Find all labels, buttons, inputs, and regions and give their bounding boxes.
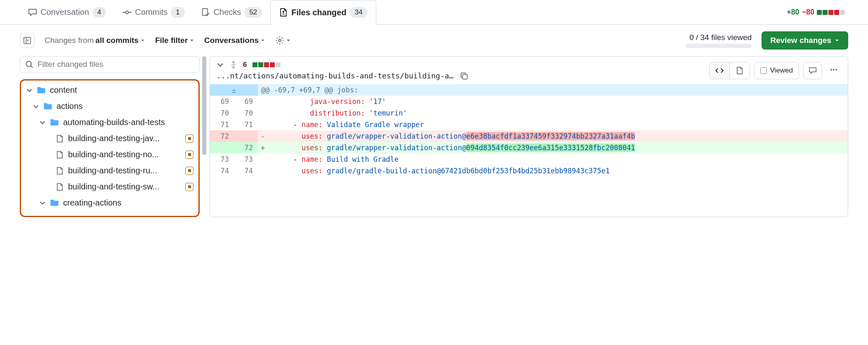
caret-down-icon xyxy=(140,38,145,43)
more-options-button[interactable] xyxy=(826,62,841,78)
tree-folder[interactable]: content xyxy=(21,82,198,98)
tree-file[interactable]: building-and-testing-jav... xyxy=(21,130,198,147)
code-icon xyxy=(715,66,724,75)
diff-file-path[interactable]: ...nt/actions/automating-builds-and-test… xyxy=(217,71,453,80)
tab-commits[interactable]: Commits 1 xyxy=(114,0,193,24)
caret-down-icon xyxy=(189,38,194,43)
tree-item-label: creating-actions xyxy=(63,198,193,208)
tab-files-changed[interactable]: Files changed 34 xyxy=(270,0,376,25)
tab-checks[interactable]: Checks 52 xyxy=(193,0,271,24)
diff-change-count: 6 xyxy=(243,61,247,69)
source-view-button[interactable] xyxy=(710,62,729,79)
filter-files-input[interactable] xyxy=(38,60,194,69)
conversations-dropdown[interactable]: Conversations xyxy=(204,36,265,45)
viewed-label: Viewed xyxy=(770,66,793,75)
sidebar-toggle-button[interactable] xyxy=(20,33,35,48)
viewed-checkbox[interactable]: Viewed xyxy=(754,62,799,79)
diff-panel: 6 ...nt/actions/automating-builds-and-te… xyxy=(210,56,848,217)
hunk-header[interactable]: @@ -69,7 +69,7 @@ jobs: xyxy=(210,84,848,96)
gear-icon xyxy=(275,36,284,45)
caret-down-icon xyxy=(260,38,265,43)
tree-file[interactable]: building-and-testing-sw... xyxy=(21,179,198,195)
tree-item-label: content xyxy=(50,85,193,95)
checklist-icon xyxy=(201,8,210,17)
caret-down-icon xyxy=(286,38,291,43)
svg-point-6 xyxy=(830,69,832,71)
search-icon xyxy=(25,60,33,69)
chevron-down-icon[interactable] xyxy=(217,61,224,69)
files-viewed-status: 0 / 34 files viewed xyxy=(686,33,752,48)
diff-line[interactable]: 72+ uses: gradle/wrapper-validation-acti… xyxy=(210,142,848,154)
diffstat-blocks xyxy=(817,10,845,15)
tab-commits-count: 1 xyxy=(171,7,184,18)
tree-folder[interactable]: automating-builds-and-tests xyxy=(21,114,198,130)
caret-down-icon xyxy=(835,38,840,43)
tree-item-label: building-and-testing-sw... xyxy=(68,182,181,191)
svg-point-7 xyxy=(833,69,835,71)
file-tree: contentactionsautomating-builds-and-test… xyxy=(20,79,200,217)
svg-point-0 xyxy=(126,11,129,14)
commit-icon xyxy=(123,8,132,17)
comment-button[interactable] xyxy=(803,62,822,79)
scrollbar-thumb[interactable] xyxy=(202,56,206,155)
view-mode-toggle xyxy=(709,62,750,79)
sidebar-collapse-icon xyxy=(23,36,31,45)
tab-commits-label: Commits xyxy=(135,7,167,17)
viewed-progress-bar xyxy=(686,44,752,48)
svg-rect-5 xyxy=(463,74,467,79)
diff-header: 6 ...nt/actions/automating-builds-and-te… xyxy=(210,57,848,84)
modified-badge-icon xyxy=(185,151,193,159)
tree-folder[interactable]: actions xyxy=(21,98,198,114)
diff-hunk: @@ -69,7 +69,7 @@ jobs:6969 java-version… xyxy=(210,84,848,177)
changes-from-value: all commits xyxy=(95,36,139,45)
tree-item-label: actions xyxy=(57,102,193,111)
file-filter-dropdown[interactable]: File filter xyxy=(155,36,194,45)
diff-line[interactable]: 7373 - name: Build with Gradle xyxy=(210,154,848,165)
tab-files-count: 34 xyxy=(350,7,368,18)
tree-item-label: building-and-testing-no... xyxy=(68,150,181,159)
changes-from-dropdown[interactable]: Changes from all commits xyxy=(45,36,145,45)
comment-icon xyxy=(28,8,37,17)
diff-mini-blocks xyxy=(252,62,281,67)
tab-files-label: Files changed xyxy=(291,8,346,17)
diff-line[interactable]: 72- uses: gradle/wrapper-validation-acti… xyxy=(210,130,848,142)
settings-dropdown[interactable] xyxy=(275,36,291,45)
tab-conversation[interactable]: Conversation 4 xyxy=(20,0,114,24)
kebab-icon xyxy=(830,66,838,74)
diff-line[interactable]: 6969 java-version: '17' xyxy=(210,96,848,107)
copy-icon[interactable] xyxy=(460,72,468,80)
review-changes-label: Review changes xyxy=(770,36,831,45)
pr-tabs: Conversation 4 Commits 1 Checks 52 Files… xyxy=(0,0,868,25)
tab-conversation-count: 4 xyxy=(92,7,106,18)
diff-line[interactable]: 7474 uses: gradle/gradle-build-action@67… xyxy=(210,165,848,177)
tree-file[interactable]: building-and-testing-ru... xyxy=(21,163,198,179)
tab-conversation-label: Conversation xyxy=(40,7,89,17)
review-changes-button[interactable]: Review changes xyxy=(762,31,848,50)
changes-from-prefix: Changes from xyxy=(45,36,94,45)
scrollbar[interactable] xyxy=(202,56,206,217)
diffstat: +80 −80 xyxy=(787,8,848,17)
file-tree-sidebar: contentactionsautomating-builds-and-test… xyxy=(20,56,200,217)
svg-point-4 xyxy=(26,61,32,67)
tab-checks-count: 52 xyxy=(244,7,262,18)
diffstat-deletions: −80 xyxy=(802,8,814,17)
file-diff-icon xyxy=(279,8,288,17)
diffstat-additions: +80 xyxy=(787,8,800,17)
tree-file[interactable]: building-and-testing-no... xyxy=(21,147,198,163)
diff-line[interactable]: 7171 - name: Validate Gradle wrapper xyxy=(210,119,848,130)
diff-line[interactable]: 7070 distribution: 'temurin' xyxy=(210,107,848,119)
modified-badge-icon xyxy=(185,167,193,175)
file-filter-label: File filter xyxy=(155,36,188,45)
comment-icon xyxy=(809,66,817,75)
diff-toolbar: Changes from all commits File filter Con… xyxy=(0,25,868,56)
tree-folder[interactable]: creating-actions xyxy=(21,195,198,211)
conversations-label: Conversations xyxy=(204,36,259,45)
tree-item-label: building-and-testing-ru... xyxy=(68,166,181,175)
file-icon xyxy=(736,66,744,75)
viewed-checkbox-input[interactable] xyxy=(760,67,767,74)
expand-icon[interactable] xyxy=(230,61,237,69)
rendered-view-button[interactable] xyxy=(729,62,750,79)
tree-item-label: automating-builds-and-tests xyxy=(63,118,193,127)
filter-input-wrap[interactable] xyxy=(20,56,200,73)
tab-checks-label: Checks xyxy=(214,7,241,17)
